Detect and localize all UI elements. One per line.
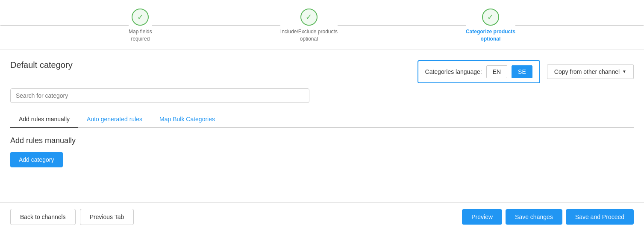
tabs-container: Add rules manually Auto generated rules … — [10, 111, 634, 128]
step-categorize[interactable]: ✓ Categorize productsoptional — [466, 9, 515, 43]
stepper: ✓ Map fieldsrequired ✓ Include/Exclude p… — [0, 0, 644, 50]
step-map-fields-icon: ✓ — [132, 9, 149, 26]
tab-auto-generated-rules[interactable]: Auto generated rules — [78, 111, 151, 128]
main-content: Default category Categories language: EN… — [0, 50, 644, 167]
search-category-input[interactable] — [10, 88, 309, 103]
step-map-fields-label: Map fieldsrequired — [129, 28, 152, 43]
categories-language-label: Categories language: — [425, 68, 482, 75]
step-categorize-label: Categorize productsoptional — [466, 28, 515, 43]
lang-copy-row: Categories language: EN SE Copy from oth… — [418, 60, 634, 83]
tab-add-rules-manually[interactable]: Add rules manually — [10, 111, 78, 128]
step-map-fields[interactable]: ✓ Map fieldsrequired — [129, 9, 152, 43]
lang-se-button[interactable]: SE — [512, 65, 532, 78]
copy-from-channel-button[interactable]: Copy from other channel ▼ — [547, 64, 634, 79]
copy-channel-arrow-icon: ▼ — [622, 69, 626, 74]
lang-en-button[interactable]: EN — [486, 65, 507, 78]
step-include-exclude[interactable]: ✓ Include/Exclude productsoptional — [280, 9, 338, 43]
step-include-exclude-label: Include/Exclude productsoptional — [280, 28, 338, 43]
add-category-button[interactable]: Add category — [10, 152, 63, 167]
top-row: Default category Categories language: EN… — [10, 60, 634, 83]
step-categorize-icon: ✓ — [482, 9, 499, 26]
add-rules-manually-heading: Add rules manually — [10, 136, 634, 145]
step-include-exclude-icon: ✓ — [300, 9, 318, 26]
default-category-heading: Default category — [10, 60, 73, 70]
language-selector-box: Categories language: EN SE — [418, 60, 540, 83]
tab-map-bulk-categories[interactable]: Map Bulk Categories — [151, 111, 223, 128]
